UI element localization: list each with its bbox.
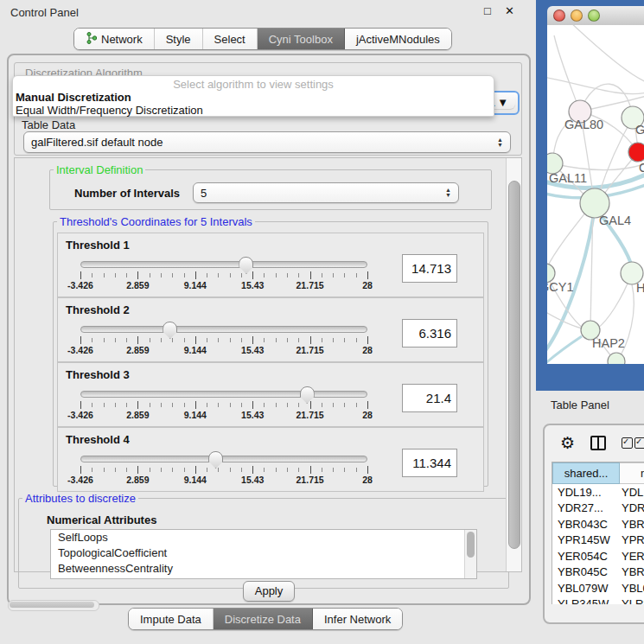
threshold-4-box: Threshold 4 -3.426 2.859 9.144 15.43 21.… xyxy=(57,427,484,492)
cell[interactable]: YBL079W xyxy=(552,582,618,595)
table-row[interactable]: YER054CYER0 xyxy=(552,548,644,564)
threshold-3-value-field[interactable]: 21.4 xyxy=(402,384,457,412)
cell[interactable]: YBR0 xyxy=(618,518,644,531)
tab-discretize-data[interactable]: Discretize Data xyxy=(214,609,313,629)
tick-label: 2.859 xyxy=(126,475,149,485)
tick-label: 2.859 xyxy=(126,280,149,290)
threshold-4-value-field[interactable]: 11.344 xyxy=(402,449,457,477)
table-row[interactable]: YDL19...YDL1 xyxy=(552,484,644,501)
cell[interactable]: YBL0 xyxy=(618,582,644,595)
node-label: GAL4 xyxy=(599,214,631,227)
close-window-icon[interactable] xyxy=(553,10,565,22)
threshold-1-value-field[interactable]: 14.713 xyxy=(402,254,457,283)
cell[interactable]: YLR3 xyxy=(618,597,644,604)
cell[interactable]: YLR345W xyxy=(552,597,618,604)
tab-jactivemnodules[interactable]: jActiveMNodules xyxy=(345,29,451,49)
tab-label: Network xyxy=(101,33,143,46)
table-data-combobox[interactable]: galFiltered.sif default node ▲▼ xyxy=(23,131,511,153)
list-item[interactable]: TopologicalCoefficient xyxy=(51,545,476,561)
table-row[interactable]: YLR345WYLR3 xyxy=(552,596,644,605)
cell[interactable]: YDL19... xyxy=(552,486,618,499)
table-row[interactable]: YBR045CYBR0 xyxy=(552,564,644,581)
threshold-4-label: Threshold 4 xyxy=(66,433,130,446)
network-window-titlebar[interactable] xyxy=(547,6,644,26)
algorithm-dropdown-popup: Select algorithm to view settings Manual… xyxy=(12,75,494,117)
tick-label: 15.43 xyxy=(241,280,264,290)
tab-cyni-toolbox[interactable]: Cyni Toolbox xyxy=(258,29,345,49)
numerical-attributes-list[interactable]: SelfLoops TopologicalCoefficient Between… xyxy=(50,529,477,579)
algorithm-option-equal-width[interactable]: Equal Width/Frequency Discretization xyxy=(13,104,494,117)
threshold-2-value-field[interactable]: 6.316 xyxy=(402,319,457,348)
table-horizontal-scrollbar[interactable] xyxy=(8,600,99,611)
threshold-2-label: Threshold 2 xyxy=(66,303,130,316)
checkbox-icon[interactable] xyxy=(634,437,644,449)
table-row[interactable]: YBR043CYBR0 xyxy=(552,516,644,532)
tick-label: -3.426 xyxy=(67,345,93,355)
tick-label: 2.859 xyxy=(126,345,149,355)
minimize-window-icon[interactable] xyxy=(571,10,583,22)
checkbox-icon[interactable] xyxy=(622,437,633,449)
table-header: shared... na xyxy=(552,462,644,484)
close-panel-icon[interactable]: ✕ xyxy=(505,4,514,17)
threshold-2-slider[interactable]: -3.426 2.859 9.144 15.43 21.715 28 xyxy=(80,326,367,356)
threshold-1-label: Threshold 1 xyxy=(66,239,130,252)
cell[interactable]: YPR145W xyxy=(552,533,618,546)
cell[interactable]: YPR1 xyxy=(618,533,644,546)
float-panel-icon[interactable]: □ xyxy=(484,4,491,17)
table-row[interactable]: YPR145WYPR1 xyxy=(552,532,644,549)
list-scrollbar[interactable] xyxy=(464,530,476,578)
tab-select[interactable]: Select xyxy=(203,29,258,49)
gear-icon[interactable]: ⚙ xyxy=(560,435,575,451)
node-table[interactable]: shared... na YDL19...YDL1 YDR27...YDR2 Y… xyxy=(552,462,644,604)
interval-definition-group: Interval Definition Number of Intervals … xyxy=(49,163,492,210)
cell[interactable]: YDR2 xyxy=(618,501,644,514)
cell[interactable]: YDL1 xyxy=(618,486,644,499)
cell[interactable]: YER054C xyxy=(552,550,618,563)
columns-icon[interactable] xyxy=(590,436,606,450)
number-of-intervals-combobox[interactable]: 5 ▲▼ xyxy=(193,182,459,203)
zoom-window-icon[interactable] xyxy=(588,10,600,22)
column-header-name[interactable]: na xyxy=(620,462,644,484)
combo-arrows-icon: ▲▼ xyxy=(497,137,503,148)
list-item[interactable]: SelfLoops xyxy=(51,530,476,545)
top-tab-bar: Network Style Select Cyni Toolbox jActiv… xyxy=(73,28,452,50)
threshold-3-slider[interactable]: -3.426 2.859 9.144 15.43 21.715 28 xyxy=(80,391,367,421)
slider-tick-labels: -3.426 2.859 9.144 15.43 21.715 28 xyxy=(80,410,367,421)
threshold-1-slider[interactable]: -3.426 2.859 9.144 15.43 21.715 28 xyxy=(80,261,367,291)
network-canvas[interactable]: GAL80 GA C GAL11 GAL4 GCY1 H HAP2 xyxy=(547,25,644,364)
tab-impute-data[interactable]: Impute Data xyxy=(129,609,214,629)
tick-label: 15.43 xyxy=(241,410,264,420)
slider-tick-labels: -3.426 2.859 9.144 15.43 21.715 28 xyxy=(80,475,367,486)
apply-button[interactable]: Apply xyxy=(243,581,295,602)
tab-infer-network[interactable]: Infer Network xyxy=(313,609,402,629)
table-row[interactable]: YBL079WYBL0 xyxy=(552,580,644,596)
algorithm-option-manual[interactable]: Manual Discretization xyxy=(13,91,494,104)
cell[interactable]: YBR0 xyxy=(618,565,644,578)
cell[interactable]: YER0 xyxy=(618,550,644,563)
node-label: C xyxy=(639,161,644,175)
threshold-3-box: Threshold 3 -3.426 2.859 9.144 15.43 21.… xyxy=(57,362,484,427)
tick-label: 21.715 xyxy=(296,410,324,420)
settings-scroll-panel: Interval Definition Number of Intervals … xyxy=(14,157,522,572)
tab-style[interactable]: Style xyxy=(155,29,203,49)
tick-label: 9.144 xyxy=(184,280,207,290)
threshold-4-slider[interactable]: -3.426 2.859 9.144 15.43 21.715 28 xyxy=(80,456,367,486)
node-selected[interactable] xyxy=(628,143,644,162)
tick-label: -3.426 xyxy=(67,410,93,420)
cell[interactable]: YBR043C xyxy=(552,518,618,531)
table-row[interactable]: YDR27...YDR2 xyxy=(552,501,644,517)
cell[interactable]: YDR27... xyxy=(552,501,618,514)
table-panel: ⚙ shared... na YDL19...YDL1 YDR27...YDR2… xyxy=(543,424,644,624)
settings-scrollbar[interactable] xyxy=(506,158,521,571)
table-data-label: Table Data xyxy=(22,118,75,131)
tick-label: 2.859 xyxy=(126,410,149,420)
list-item[interactable]: BetweennessCentrality xyxy=(51,561,476,577)
slider-ticks xyxy=(80,401,367,410)
cell[interactable]: YBR045C xyxy=(552,565,618,578)
column-header-shared[interactable]: shared... xyxy=(552,462,620,484)
numerical-attributes-label: Numerical Attributes xyxy=(47,513,156,526)
tick-label: 9.144 xyxy=(184,475,207,485)
tab-network[interactable]: Network xyxy=(74,29,155,49)
thresholds-group: Threshold's Coordinates for 5 Intervals … xyxy=(53,215,488,487)
panel-title: Control Panel xyxy=(10,6,79,19)
